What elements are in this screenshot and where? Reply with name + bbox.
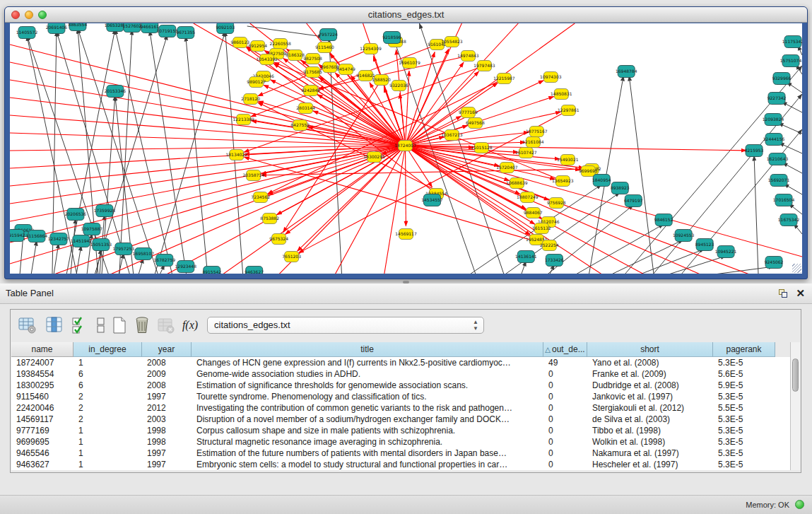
graph-node-label: 1615132 [532,226,551,230]
minimize-window-button[interactable] [25,11,33,19]
new-table-icon[interactable] [110,315,129,335]
table-cell: 0 [543,448,587,459]
citation-edge-black[interactable] [666,256,726,274]
citation-edge-black[interactable] [779,143,802,153]
column-header-pagerank[interactable]: pagerank [713,342,775,357]
column-header-title[interactable]: title [192,342,543,357]
table-cell: 5.3E-5 [713,459,775,470]
citation-edge-black[interactable] [247,26,324,37]
citation-edge-red[interactable] [10,146,406,264]
graph-node-label: 9227342 [767,95,787,100]
float-panel-icon[interactable] [779,289,788,298]
graph-node-label: 10924553 [673,233,695,238]
citation-edge-black[interactable] [782,102,802,112]
citation-network-graph[interactable]: 1872400798601238912954222605581827509818… [10,23,802,274]
table-settings-icon[interactable] [18,315,37,335]
column-header-short[interactable]: short [587,342,713,357]
close-panel-icon[interactable]: ✕ [796,287,805,300]
table-cell: 19384554 [11,368,73,380]
citation-edge-red[interactable] [10,98,406,146]
table-cell: 0 [543,402,587,414]
citation-edge-black[interactable] [54,243,59,274]
citation-edge-black[interactable] [155,31,225,274]
citation-edge-black[interactable] [709,267,774,274]
citation-edge-red[interactable] [261,169,592,175]
citation-edge-black[interactable] [119,30,132,274]
table-row[interactable]: 1456911722003Disruption of a novel membe… [11,414,792,425]
table-row[interactable]: 946362711997Embryonic stem cells: a mode… [11,459,792,470]
column-header-out_de[interactable]: △out_de... [543,342,587,357]
citation-edge-black[interactable] [76,245,81,274]
memory-status-indicator[interactable] [795,500,804,509]
graph-node-label: 16948784 [616,69,637,74]
table-cell: 18724007 [11,357,73,368]
citation-edge-red[interactable] [252,121,406,146]
table-cell: 2 [73,414,142,425]
citation-edge-red[interactable] [222,146,406,274]
graph-node-label: 10543392 [256,57,278,62]
graph-node-label: 7234562 [251,194,270,199]
table-vertical-scrollbar[interactable] [790,342,800,470]
close-window-button[interactable] [11,11,20,19]
table-row[interactable]: 969969511998Structural magnetic resonanc… [11,436,792,448]
table-row[interactable]: 1872400712008Changes of HCN gene express… [11,357,792,368]
table-row[interactable]: 1830029562008Estimation of significance … [11,380,792,391]
graph-node-label: 10719155 [157,28,179,33]
table-selector-dropdown[interactable]: citations_edges.txt ▲▼ [207,317,484,334]
table-row[interactable]: 946554611997Estimation of the future num… [11,448,792,459]
citation-edge-red[interactable] [10,146,406,204]
graph-node-label: 9245062 [765,259,784,264]
delete-table-icon[interactable] [132,315,152,335]
citation-edge-red[interactable] [10,146,406,186]
table-row[interactable]: 911546021997Tourette syndrome. Phenomeno… [11,391,792,402]
memory-status-label: Memory: OK [746,501,789,509]
scrollbar-thumb[interactable] [792,358,799,392]
table-cell: Tourette syndrome. Phenomenology and cla… [192,391,543,402]
graph-node-label: 11015128 [471,145,493,150]
graph-node-label: 10945221 [715,249,737,254]
column-header-name[interactable]: name [11,342,73,357]
graph-node-label: 8863554 [69,23,88,27]
select-columns-icon[interactable] [70,315,90,335]
citation-edge-black[interactable] [610,240,683,274]
graph-node-label: 14850831 [551,91,572,96]
network-window-titlebar[interactable]: citations_edges.txt [5,7,807,23]
citation-edge-black[interactable] [186,36,208,274]
table-cell: 5.3E-5 [713,436,775,448]
graph-node-label: 8938923 [611,185,630,190]
citation-edge-red[interactable] [10,146,406,151]
citation-edge-black[interactable] [778,123,802,134]
table-cell: Stergiakouli et al. (2012) [587,402,713,414]
table-cell: 9115460 [11,391,73,402]
canvas-resize-grip[interactable] [792,264,801,273]
citation-edge-red[interactable] [406,146,406,226]
graph-node-label: 18775167 [526,129,548,134]
column-header-year[interactable]: year [142,342,192,357]
graph-node-label: 11405572 [16,30,38,35]
citation-edge-black[interactable] [95,35,167,274]
graph-node-label: 8186328 [286,52,305,57]
graph-node-label: 20691406 [46,25,68,30]
citation-edge-red[interactable] [406,146,581,170]
graph-node-label: 15051353 [90,242,112,247]
function-builder-icon[interactable]: f(x) [180,315,200,335]
table-row[interactable]: 977716911998Corpus callosum shape and si… [11,425,792,436]
citation-edge-black[interactable] [638,249,705,274]
table-selector-value: citations_edges.txt [214,320,290,330]
column-header-in_degree[interactable]: in_degree [73,342,142,357]
graph-node-label: 8912954 [248,43,267,48]
table-cell: 5.3E-5 [713,414,775,425]
graph-node-label: 9699695 [579,168,598,173]
network-view-window[interactable]: citations_edges.txt 18724007986012389129… [4,6,808,279]
column-visibility-icon[interactable] [45,315,64,335]
zoom-window-button[interactable] [38,11,47,19]
table-row[interactable]: 2242004622012Investigating the contribut… [11,402,792,414]
row-height-icon[interactable] [91,315,111,335]
table-cell: 0 [543,380,587,391]
citation-edge-black[interactable] [629,76,654,274]
table-row[interactable]: 1938455462009Genome-wide association stu… [11,368,792,380]
citation-edge-black[interactable] [115,29,172,274]
network-canvas[interactable]: 1872400798601238912954222605581827509818… [10,23,802,274]
citation-edge-red[interactable] [406,146,752,274]
citation-edge-black[interactable] [754,156,758,274]
